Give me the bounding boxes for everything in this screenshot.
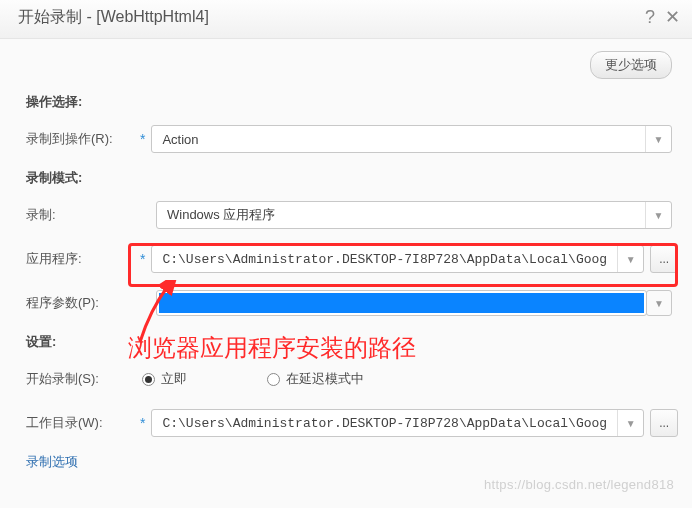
- label-record: 录制:: [26, 206, 138, 224]
- required-star-icon: *: [140, 131, 145, 147]
- required-star-icon: *: [140, 415, 145, 431]
- help-icon[interactable]: ?: [645, 7, 655, 28]
- application-path-value: C:\Users\Administrator.DESKTOP-7I8P728\A…: [152, 252, 617, 267]
- required-star-icon: *: [140, 251, 145, 267]
- section-settings: 设置:: [26, 333, 672, 351]
- radio-icon: [142, 373, 155, 386]
- action-combo[interactable]: Action ▼: [151, 125, 672, 153]
- radio-immediate-label: 立即: [161, 370, 187, 388]
- browse-app-button[interactable]: ...: [650, 245, 678, 273]
- watermark-text: https://blog.csdn.net/legend818: [484, 477, 674, 492]
- chevron-down-icon[interactable]: ▼: [645, 126, 671, 152]
- chevron-down-icon[interactable]: ▼: [617, 246, 643, 272]
- chevron-down-icon[interactable]: ▼: [617, 410, 643, 436]
- close-icon[interactable]: ✕: [665, 6, 680, 28]
- record-combo[interactable]: Windows 应用程序 ▼: [156, 201, 672, 229]
- more-options-button[interactable]: 更少选项: [590, 51, 672, 79]
- action-combo-value: Action: [152, 132, 645, 147]
- section-action-select: 操作选择:: [26, 93, 672, 111]
- radio-delayed-label: 在延迟模式中: [286, 370, 364, 388]
- section-record-mode: 录制模式:: [26, 169, 672, 187]
- working-dir-combo[interactable]: C:\Users\Administrator.DESKTOP-7I8P728\A…: [151, 409, 644, 437]
- dialog-title: 开始录制 - [WebHttpHtml4]: [18, 7, 209, 28]
- label-start-record: 开始录制(S):: [26, 370, 138, 388]
- label-program-args: 程序参数(P):: [26, 294, 138, 312]
- radio-icon: [267, 373, 280, 386]
- label-record-to-action: 录制到操作(R):: [26, 130, 138, 148]
- radio-delayed[interactable]: 在延迟模式中: [267, 370, 364, 388]
- program-args-selection: [159, 293, 644, 313]
- label-working-dir: 工作目录(W):: [26, 414, 138, 432]
- chevron-down-icon[interactable]: ▼: [645, 202, 671, 228]
- working-dir-value: C:\Users\Administrator.DESKTOP-7I8P728\A…: [152, 416, 617, 431]
- chevron-down-icon[interactable]: ▼: [646, 290, 672, 316]
- radio-immediate[interactable]: 立即: [142, 370, 187, 388]
- label-application: 应用程序:: [26, 250, 138, 268]
- record-combo-value: Windows 应用程序: [157, 206, 645, 224]
- application-path-combo[interactable]: C:\Users\Administrator.DESKTOP-7I8P728\A…: [151, 245, 644, 273]
- record-options-link[interactable]: 录制选项: [26, 454, 78, 469]
- browse-dir-button[interactable]: ...: [650, 409, 678, 437]
- program-args-input[interactable]: [156, 290, 647, 316]
